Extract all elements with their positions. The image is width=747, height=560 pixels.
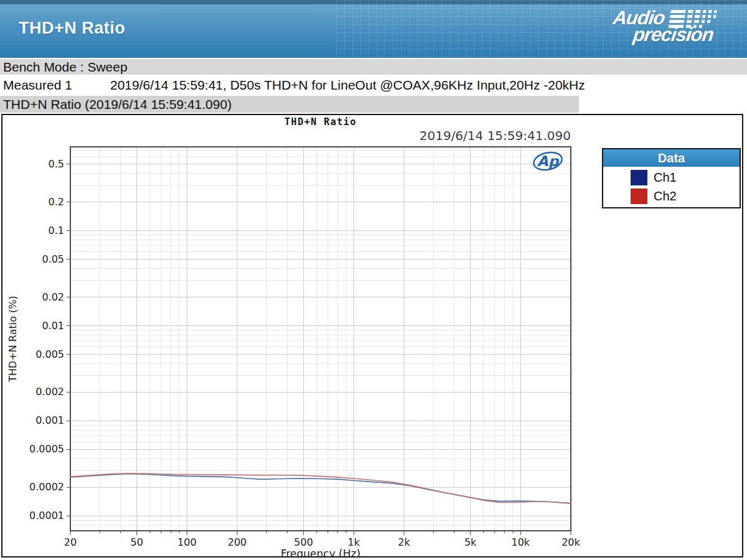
svg-text:500: 500 bbox=[294, 536, 313, 548]
svg-text:0.01: 0.01 bbox=[42, 320, 64, 332]
svg-text:0.0005: 0.0005 bbox=[29, 443, 64, 455]
axis-ticks bbox=[67, 164, 571, 535]
legend-header: Data bbox=[603, 149, 740, 167]
legend-item-ch1: Ch1 bbox=[631, 170, 740, 185]
bench-mode-bar: Bench Mode : Sweep bbox=[0, 59, 747, 75]
svg-text:0.02: 0.02 bbox=[42, 291, 64, 303]
x-tick-labels: 20501002005001k2k5k10k20k bbox=[64, 536, 581, 548]
ap-watermark-icon: Ap bbox=[532, 150, 564, 172]
svg-text:200: 200 bbox=[228, 536, 247, 548]
app-header: THD+N Ratio Audio precision bbox=[0, 0, 747, 58]
series-line-ch1 bbox=[70, 474, 571, 503]
chart-caption-bar: THD+N Ratio (2019/6/14 15:59:41.090) bbox=[0, 96, 579, 113]
svg-text:20k: 20k bbox=[561, 536, 580, 548]
ch2-color-swatch bbox=[631, 189, 647, 204]
svg-text:0.005: 0.005 bbox=[35, 348, 64, 360]
series-line-ch2 bbox=[70, 474, 571, 503]
svg-text:100: 100 bbox=[177, 536, 197, 548]
svg-text:1k: 1k bbox=[348, 536, 360, 548]
brand-word-precision: precision bbox=[632, 24, 715, 45]
chart-timestamp: 2019/6/14 15:59:41.090 bbox=[420, 128, 571, 143]
page: THD+N Ratio Audio precision Bench Mode :… bbox=[0, 0, 747, 560]
ch1-color-swatch bbox=[631, 170, 647, 185]
svg-text:10k: 10k bbox=[512, 536, 530, 548]
svg-text:2k: 2k bbox=[398, 536, 410, 548]
ch1-label: Ch1 bbox=[654, 170, 677, 185]
x-axis-label: Frequency (Hz) bbox=[281, 548, 360, 556]
svg-text:0.0002: 0.0002 bbox=[29, 481, 64, 493]
y-tick-labels: 0.50.20.10.050.020.010.0050.0020.0010.00… bbox=[29, 158, 64, 522]
svg-text:0.2: 0.2 bbox=[49, 196, 64, 208]
svg-text:0.5: 0.5 bbox=[49, 158, 64, 170]
svg-text:0.001: 0.001 bbox=[35, 414, 64, 426]
measured-row: Measured 1 2019/6/14 15:59:41, D50s THD+… bbox=[0, 75, 747, 95]
y-axis-label: THD+N Ratio (%) bbox=[7, 296, 19, 382]
legend-item-ch2: Ch2 bbox=[631, 189, 740, 204]
svg-text:0.0001: 0.0001 bbox=[29, 510, 64, 521]
svg-text:Ap: Ap bbox=[537, 153, 560, 169]
svg-text:20: 20 bbox=[64, 536, 77, 548]
svg-text:0.002: 0.002 bbox=[35, 386, 64, 398]
svg-text:0.05: 0.05 bbox=[42, 253, 64, 265]
svg-text:5k: 5k bbox=[464, 536, 477, 548]
chart-title: THD+N Ratio bbox=[284, 116, 357, 128]
chart-panel: 20501002005001k2k5k10k20k0.50.20.10.050.… bbox=[1, 114, 743, 558]
ch2-label: Ch2 bbox=[654, 189, 677, 203]
measured-label: Measured 1 bbox=[0, 75, 110, 95]
svg-text:50: 50 bbox=[130, 536, 143, 548]
legend: Data Ch1 Ch2 bbox=[602, 148, 741, 208]
audio-precision-logo: Audio precision bbox=[609, 8, 717, 44]
measured-description: 2019/6/14 15:59:41, D50s THD+N for LineO… bbox=[110, 75, 585, 95]
svg-text:0.1: 0.1 bbox=[49, 225, 64, 236]
page-title: THD+N Ratio bbox=[19, 19, 125, 38]
